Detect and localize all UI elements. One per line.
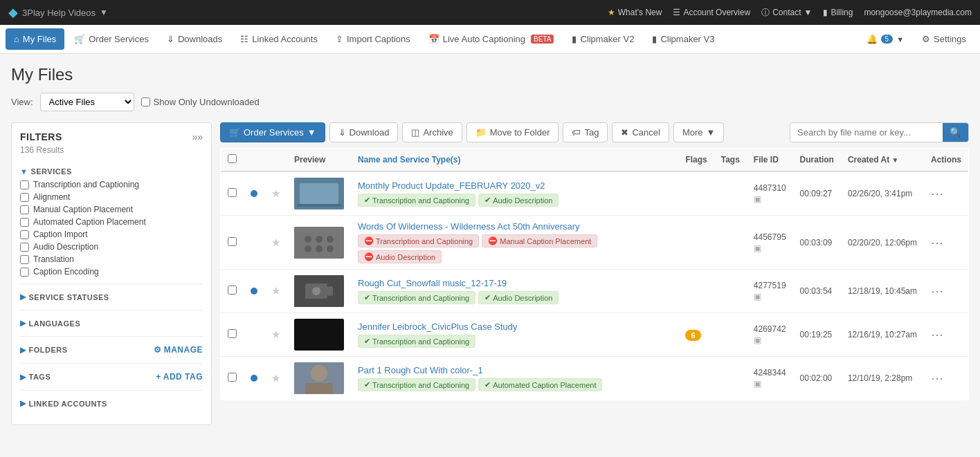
row3-copy-icon[interactable]: ▣ xyxy=(754,292,761,301)
move-to-folder-button[interactable]: 📁 Move to Folder xyxy=(466,122,559,142)
whats-new-link[interactable]: ★ What's New xyxy=(608,8,662,17)
row3-file-name[interactable]: Rough Cut_Snowfall music_12-17-19 xyxy=(358,278,507,288)
row3-star-icon[interactable]: ★ xyxy=(271,285,280,297)
row4-checkbox[interactable] xyxy=(228,329,237,338)
row5-file-name[interactable]: Part 1 Rough Cut With color-_1 xyxy=(358,365,483,375)
manage-folders-link[interactable]: ⚙ Manage xyxy=(154,345,203,355)
header-status-col xyxy=(244,149,264,172)
row4-file-name[interactable]: Jennifer Leibrock_CivicPlus Case Study xyxy=(358,321,518,332)
table-row: ★ Monthly Pro xyxy=(221,171,969,216)
services-section-title[interactable]: ▼ SERVICES xyxy=(20,163,203,178)
row3-checkbox[interactable] xyxy=(228,286,237,295)
nav-order-services[interactable]: 🛒 Order Services xyxy=(66,28,157,50)
account-overview-link[interactable]: ☰ Account Overview xyxy=(673,8,750,17)
row3-actions-menu[interactable]: ⋯ xyxy=(931,284,945,298)
filter-translation-checkbox[interactable] xyxy=(20,255,29,264)
archive-button[interactable]: ◫ Archive xyxy=(402,122,462,142)
cancel-button[interactable]: ✖ Cancel xyxy=(612,122,669,142)
check-icon-1: ✔ xyxy=(364,196,370,205)
nav-my-files[interactable]: ⌂ My Files xyxy=(6,28,64,50)
show-undownloaded-checkbox[interactable] xyxy=(141,97,150,106)
row3-star[interactable]: ★ xyxy=(264,270,287,313)
filter-caption-import-checkbox[interactable] xyxy=(20,230,29,239)
header-name[interactable]: Name and Service Type(s) xyxy=(351,149,678,172)
page-content: My Files View: Active Files Archived Fil… xyxy=(0,54,980,457)
row1-file-id-value: 4487310 xyxy=(754,183,786,193)
row4-copy-icon[interactable]: ▣ xyxy=(754,335,761,345)
brand[interactable]: ◆ 3Play Help Videos ▼ xyxy=(8,5,108,20)
row5-star-icon[interactable]: ★ xyxy=(271,372,280,384)
row4-actions-menu[interactable]: ⋯ xyxy=(931,328,945,342)
contact-link[interactable]: ⓘ Contact ▼ xyxy=(761,7,812,19)
row2-file-id: 4456795 ▣ xyxy=(747,216,793,270)
folder-icon: 📁 xyxy=(475,127,487,138)
more-button[interactable]: More ▼ xyxy=(673,122,725,142)
nav-linked-accounts[interactable]: ☷ Linked Accounts xyxy=(232,28,326,50)
show-undownloaded-label[interactable]: Show Only Undownloaded xyxy=(141,97,260,107)
collapse-sidebar-icon[interactable]: »» xyxy=(192,131,203,142)
row4-star[interactable]: ★ xyxy=(264,313,287,357)
row1-star[interactable]: ★ xyxy=(264,171,287,216)
nav-linked-accounts-label: Linked Accounts xyxy=(252,34,318,44)
row1-actions-menu[interactable]: ⋯ xyxy=(931,187,945,200)
nav-downloads-label: Downloads xyxy=(178,34,222,44)
service-statuses-title[interactable]: ▶ SERVICE STATUSES xyxy=(20,288,203,304)
row2-checkbox[interactable] xyxy=(228,237,237,246)
row1-star-icon[interactable]: ★ xyxy=(271,187,280,199)
filter-manual-caption-checkbox[interactable] xyxy=(20,205,29,214)
header-created-at[interactable]: Created At ▼ xyxy=(841,149,924,172)
search-input[interactable] xyxy=(790,123,943,142)
filter-caption-encoding-label: Caption Encoding xyxy=(33,267,99,277)
content-layout: FILTERS »» 136 Results ▼ SERVICES Transc… xyxy=(11,122,969,425)
row2-actions-menu[interactable]: ⋯ xyxy=(931,236,945,250)
tag-button[interactable]: 🏷 Tag xyxy=(563,122,608,142)
filter-transcription-checkbox[interactable] xyxy=(20,180,29,189)
view-select[interactable]: Active Files Archived Files All Files xyxy=(40,93,134,111)
plus-tag-icon: + xyxy=(156,372,161,382)
row1-file-name[interactable]: Monthly Product Update_FEBRUARY 2020_v2 xyxy=(358,180,545,191)
row1-copy-icon[interactable]: ▣ xyxy=(754,194,761,204)
row5-duration: 00:02:00 xyxy=(793,357,841,400)
row2-file-name[interactable]: Words Of Wilderness - Wilderness Act 50t… xyxy=(358,221,580,232)
row5-checkbox[interactable] xyxy=(228,373,237,382)
add-tag-link[interactable]: + Add Tag xyxy=(156,372,203,382)
nav-my-files-label: My Files xyxy=(23,34,56,44)
top-nav-links: ★ What's New ☰ Account Overview ⓘ Contac… xyxy=(608,7,972,19)
languages-title[interactable]: ▶ LANGUAGES xyxy=(20,315,203,330)
row5-star[interactable]: ★ xyxy=(264,357,287,400)
nav-import-captions[interactable]: ⇪ Import Captions xyxy=(327,28,419,50)
row2-star-icon[interactable]: ★ xyxy=(271,236,280,248)
row5-actions-menu[interactable]: ⋯ xyxy=(931,371,945,385)
nav-live-auto-captioning[interactable]: 📅 Live Auto Captioning BETA xyxy=(420,28,563,50)
archive-icon: ◫ xyxy=(411,127,419,138)
filter-audio-description-checkbox[interactable] xyxy=(20,243,29,252)
bell-icon: 🔔 xyxy=(866,34,878,44)
select-all-checkbox[interactable] xyxy=(228,154,237,163)
svg-point-4 xyxy=(305,236,311,243)
order-services-button[interactable]: 🛒 Order Services ▼ xyxy=(220,122,325,142)
row1-checkbox[interactable] xyxy=(228,188,237,197)
nav-clipmaker-v2[interactable]: ▮ Clipmaker V2 xyxy=(563,28,642,50)
table-icon: ☷ xyxy=(240,34,248,44)
filter-caption-encoding-checkbox[interactable] xyxy=(20,268,29,277)
filter-caption-encoding: Caption Encoding xyxy=(20,265,203,278)
folders-title[interactable]: ▶ FOLDERS ⚙ Manage xyxy=(20,341,203,357)
row2-star[interactable]: ★ xyxy=(264,216,287,270)
billing-link[interactable]: ▮ Billing xyxy=(823,8,853,17)
row5-copy-icon[interactable]: ▣ xyxy=(754,379,761,389)
nav-downloads[interactable]: ⇓ Downloads xyxy=(158,28,230,50)
filter-automated-caption-checkbox[interactable] xyxy=(20,218,29,227)
row4-flags: 6 xyxy=(678,313,714,357)
download-button[interactable]: ⇓ Download xyxy=(329,122,399,142)
tags-title[interactable]: ▶ TAGS + Add Tag xyxy=(20,368,203,384)
row2-copy-icon[interactable]: ▣ xyxy=(754,243,761,253)
filter-alignment-checkbox[interactable] xyxy=(20,193,29,202)
row4-star-icon[interactable]: ★ xyxy=(271,328,280,340)
settings[interactable]: ⚙ Settings xyxy=(914,28,974,50)
nav-clipmaker-v3[interactable]: ▮ Clipmaker V3 xyxy=(644,28,723,50)
search-button[interactable]: 🔍 xyxy=(943,123,968,142)
linked-accounts-title[interactable]: ▶ LINKED ACCOUNTS xyxy=(20,395,203,411)
notifications[interactable]: 🔔 5 ▼ xyxy=(858,28,912,50)
service-statuses-title-text: SERVICE STATUSES xyxy=(29,293,109,301)
brand-dropdown-icon[interactable]: ▼ xyxy=(100,8,108,17)
